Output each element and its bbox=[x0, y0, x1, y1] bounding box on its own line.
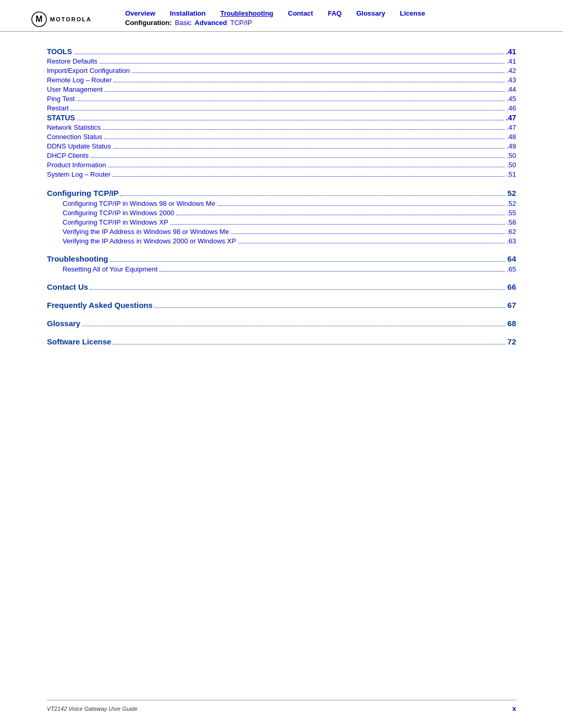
big-section-dots bbox=[120, 195, 506, 196]
big-section-dots bbox=[110, 261, 506, 262]
big-section-label[interactable]: Software License bbox=[47, 337, 111, 346]
big-section-label[interactable]: Troubleshooting bbox=[47, 254, 108, 263]
nav-license[interactable]: License bbox=[400, 9, 425, 17]
big-section-wrapper: Glossary68 bbox=[47, 319, 516, 328]
sub-entries: Resetting All of Your Equipment.65 bbox=[47, 265, 516, 273]
toc-label[interactable]: Configuring TCP/IP in Windows 2000 bbox=[63, 209, 174, 217]
big-section-wrapper: Software License72 bbox=[47, 337, 516, 346]
toc-dots bbox=[74, 54, 504, 54]
toc-label[interactable]: DDNS Update Status bbox=[47, 142, 111, 150]
toc-row: Configuring TCP/IP in Windows 2000.55 bbox=[63, 209, 516, 217]
toc-label[interactable]: STATUS bbox=[47, 114, 75, 122]
toc-dots bbox=[71, 110, 505, 110]
toc-label[interactable]: Configuring TCP/IP in Windows XP bbox=[63, 218, 168, 226]
toc-label[interactable]: TOOLS bbox=[47, 47, 72, 56]
nav-overview[interactable]: Overview bbox=[125, 9, 155, 17]
toc-label[interactable]: Resetting All of Your Equipment bbox=[63, 265, 157, 273]
toc-row: Resetting All of Your Equipment.65 bbox=[63, 265, 516, 273]
big-section-page: 66 bbox=[507, 282, 516, 291]
toc-label[interactable]: Network Statistics bbox=[47, 124, 101, 131]
logo-text: MOTOROLA bbox=[50, 16, 92, 22]
svg-text:M: M bbox=[35, 15, 42, 23]
toc-row: Network Statistics.47 bbox=[47, 124, 516, 131]
nav-sub-label: Configuration: bbox=[125, 19, 172, 27]
toc-page: .43 bbox=[507, 76, 516, 84]
toc-dots bbox=[231, 233, 505, 234]
toc-label[interactable]: Import/Export Configuration bbox=[47, 67, 130, 75]
big-section-label[interactable]: Glossary bbox=[47, 319, 80, 328]
toc-page: .44 bbox=[507, 85, 516, 93]
big-section-label[interactable]: Contact Us bbox=[47, 282, 88, 291]
nav-faq[interactable]: FAQ bbox=[328, 9, 342, 17]
motorola-logo: M MOTOROLA bbox=[31, 11, 92, 27]
toc-dots bbox=[100, 63, 505, 64]
tools-section-group: TOOLS.41Restore Defaults.41Import/Export… bbox=[47, 47, 516, 178]
toc-row: Connection Status.48 bbox=[47, 133, 516, 141]
nav-glossary[interactable]: Glossary bbox=[356, 9, 385, 17]
big-section-row: Contact Us66 bbox=[47, 282, 516, 291]
toc-page: .41 bbox=[506, 47, 516, 56]
big-sections-container: Configuring TCP/IP52Configuring TCP/IP i… bbox=[47, 189, 516, 346]
toc-row: Product Information.50 bbox=[47, 161, 516, 169]
big-section-wrapper: Configuring TCP/IP52Configuring TCP/IP i… bbox=[47, 189, 516, 245]
big-section-row: Configuring TCP/IP52 bbox=[47, 189, 516, 198]
toc-dots bbox=[160, 271, 505, 272]
toc-dots bbox=[176, 215, 505, 215]
footer: VT2142 Voice Gateway User Guide x bbox=[47, 700, 516, 712]
toc-label[interactable]: Connection Status bbox=[47, 133, 102, 141]
footer-page: x bbox=[512, 705, 516, 712]
toc-label[interactable]: Configuring TCP/IP in Windows 98 or Wind… bbox=[63, 200, 215, 207]
toc-page: .47 bbox=[506, 114, 516, 122]
nav-sub-tcpip[interactable]: TCP/IP bbox=[230, 19, 252, 27]
toc-label[interactable]: Restart bbox=[47, 104, 69, 112]
toc-dots bbox=[103, 129, 505, 130]
header: M MOTOROLA Overview Installation Trouble… bbox=[0, 0, 563, 32]
big-section-page: 72 bbox=[507, 337, 516, 346]
toc-dots bbox=[170, 224, 505, 225]
toc-row: Remote Log – Router.43 bbox=[47, 76, 516, 84]
big-section-label[interactable]: Frequently Asked Questions bbox=[47, 301, 153, 310]
toc-row: System Log – Router.51 bbox=[47, 170, 516, 178]
toc-label[interactable]: Product Information bbox=[47, 161, 106, 169]
toc-dots bbox=[104, 139, 505, 139]
nav-troubleshooting[interactable]: Troubleshooting bbox=[220, 9, 273, 17]
toc-page: .62 bbox=[507, 228, 516, 236]
big-section-row: Software License72 bbox=[47, 337, 516, 346]
big-section-label[interactable]: Configuring TCP/IP bbox=[47, 189, 118, 198]
big-section-page: 64 bbox=[507, 254, 516, 263]
toc-dots bbox=[105, 91, 505, 92]
toc-row: User Management.44 bbox=[47, 85, 516, 93]
big-section-row: Frequently Asked Questions67 bbox=[47, 301, 516, 310]
big-section-page: 52 bbox=[507, 189, 516, 198]
big-section-wrapper: Troubleshooting64Resetting All of Your E… bbox=[47, 254, 516, 273]
big-section-dots bbox=[154, 307, 506, 308]
toc-label[interactable]: Verifying the IP Address in Windows 2000… bbox=[63, 237, 236, 245]
nav-installation[interactable]: Installation bbox=[170, 9, 206, 17]
toc-page: .45 bbox=[507, 95, 516, 103]
big-section-row: Glossary68 bbox=[47, 319, 516, 328]
sub-entries: Configuring TCP/IP in Windows 98 or Wind… bbox=[47, 200, 516, 245]
nav-sub-advanced[interactable]: Advanced bbox=[194, 19, 227, 27]
toc-label[interactable]: Restore Defaults bbox=[47, 57, 97, 65]
toc-dots bbox=[113, 176, 505, 177]
toc-label[interactable]: Ping Test bbox=[47, 95, 75, 103]
big-section-wrapper: Frequently Asked Questions67 bbox=[47, 301, 516, 310]
toc-page: .41 bbox=[507, 57, 516, 65]
toc-page: .46 bbox=[507, 104, 516, 112]
toc-label[interactable]: Remote Log – Router bbox=[47, 76, 112, 84]
toc-page: .42 bbox=[507, 67, 516, 75]
toc-page: .55 bbox=[507, 209, 516, 217]
footer-text: VT2142 Voice Gateway User Guide bbox=[47, 706, 138, 712]
big-section-page: 67 bbox=[507, 301, 516, 310]
nav-sub-basic[interactable]: Basic bbox=[175, 19, 192, 27]
toc-label[interactable]: Verifying the IP Address in Windows 98 o… bbox=[63, 228, 229, 236]
toc-label[interactable]: DHCP Clients bbox=[47, 152, 89, 159]
motorola-icon: M bbox=[31, 11, 47, 27]
toc-dots bbox=[132, 72, 505, 73]
toc-label[interactable]: User Management bbox=[47, 85, 103, 93]
toc-label[interactable]: System Log – Router bbox=[47, 170, 111, 178]
nav-contact[interactable]: Contact bbox=[288, 9, 313, 17]
toc-row: DDNS Update Status.49 bbox=[47, 142, 516, 150]
big-section-dots bbox=[82, 326, 506, 326]
toc-dots bbox=[91, 157, 505, 158]
